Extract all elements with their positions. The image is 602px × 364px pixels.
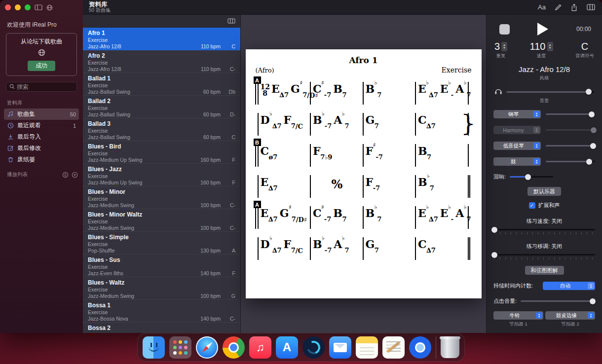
- song-key: F: [226, 180, 235, 186]
- dock-finder-icon[interactable]: [143, 336, 165, 359]
- song-title: Blues - Minor: [88, 189, 235, 196]
- song-row[interactable]: Bossa 2: [83, 323, 240, 333]
- sidebar-item-label: 废纸篓: [17, 155, 73, 164]
- instrument-select[interactable]: 低音提琴▴▾: [493, 142, 541, 150]
- dock-trash-icon[interactable]: [441, 336, 459, 358]
- song-row[interactable]: Blues - SimpleExercisePop-Shuffle130 bpm…: [83, 232, 240, 255]
- dock-disc-icon[interactable]: [409, 336, 431, 359]
- tempo-stepper[interactable]: ▴▾: [547, 42, 553, 51]
- dock-safari-icon[interactable]: [196, 336, 218, 359]
- repeats-stepper[interactable]: ▴▾: [501, 42, 507, 51]
- chord-diagrams-button[interactable]: 和弦图图解: [525, 266, 564, 275]
- practice-transpose-slider[interactable]: [493, 254, 595, 255]
- song-style: Jazz-Ballad Swing: [88, 89, 203, 95]
- measure: E∆7G♯7/D♯: [258, 206, 310, 229]
- sidebar-toggle-icon[interactable]: [35, 4, 42, 10]
- instrument-volume-slider[interactable]: [546, 113, 595, 115]
- metronome1-select[interactable]: 牛铃 ▴▾: [493, 311, 543, 320]
- dock-textedit-icon[interactable]: [382, 336, 405, 359]
- edit-pencil-button[interactable]: [555, 4, 562, 11]
- sidebar-item-last-modified[interactable]: 最后修改: [4, 143, 79, 154]
- key-value[interactable]: C: [581, 41, 588, 51]
- close-window-button[interactable]: [5, 4, 11, 10]
- zoom-window-button[interactable]: [25, 4, 31, 10]
- play-button[interactable]: [537, 23, 548, 36]
- song-row[interactable]: Ballad 2ExerciseJazz-Ballad Swing60 bpmD…: [83, 96, 240, 118]
- success-button[interactable]: 成功: [28, 61, 55, 71]
- song-row[interactable]: Ballad 3ExerciseJazz-Ballad Swing60 bpmC: [83, 118, 240, 141]
- share-button[interactable]: [570, 3, 578, 11]
- instrument-volume-slider[interactable]: [546, 161, 595, 162]
- song-meta: Jazz-Medium Swing100 bpmG: [88, 293, 235, 299]
- song-row[interactable]: Ballad 1ExerciseJazz-Ballad Swing60 bpmD…: [83, 73, 240, 96]
- mixer-list: 钢琴▴▾Harmony▴▾低音提琴▴▾鼓▴▾: [493, 110, 595, 173]
- extended-harmony-checkbox[interactable]: [529, 202, 535, 209]
- master-volume-slider[interactable]: [506, 91, 594, 93]
- song-row[interactable]: Blues - Minor WaltzExerciseJazz-Medium S…: [83, 209, 240, 232]
- dock-music-icon[interactable]: [249, 336, 271, 359]
- stat-row: 3 ▴▾ 重复 110 ▴▾ 速度: [493, 41, 595, 59]
- playlist-options-icon[interactable]: [62, 172, 69, 178]
- song-row[interactable]: Blues - JazzExerciseJazz-Medium Up Swing…: [83, 164, 240, 186]
- dock-chrome-icon[interactable]: [223, 336, 245, 359]
- instrument-select[interactable]: Harmony▴▾: [493, 126, 541, 134]
- dock-mail-icon[interactable]: [329, 336, 351, 359]
- song-row[interactable]: Afro 2ExerciseJazz-Afro 12/8110 bpmC-: [83, 50, 240, 73]
- song-credit: Exercise: [88, 264, 235, 270]
- time-signature: 128: [261, 84, 270, 97]
- chord-symbol: B♭7: [366, 83, 382, 96]
- minimize-window-button[interactable]: [15, 4, 21, 10]
- chord-symbol: B7: [333, 83, 346, 96]
- section-marker: B: [254, 139, 261, 146]
- measure: B♭7: [363, 206, 415, 229]
- metronome2-select[interactable]: 鼓皮边缘 ▴▾: [545, 311, 595, 320]
- search-input[interactable]: [17, 83, 74, 90]
- song-row[interactable]: Blues - BirdExerciseJazz-Medium Up Swing…: [83, 141, 240, 164]
- song-style: Jazz-Medium Swing: [88, 293, 200, 299]
- window-controls: [0, 0, 83, 15]
- dock-notes-icon[interactable]: [356, 336, 378, 359]
- forum-globe-icon[interactable]: [46, 4, 53, 11]
- sidebar-item-last-imported[interactable]: 最后导入: [4, 131, 79, 143]
- chord-symbol: E∆7: [271, 83, 289, 96]
- song-key: Db: [226, 89, 235, 95]
- sidebar-item-recently-viewed[interactable]: 最近观看1: [4, 120, 79, 131]
- song-row[interactable]: Blues - SusExerciseJazz-Even 8ths140 bpm…: [83, 255, 240, 277]
- instrument-select[interactable]: 钢琴▴▾: [493, 110, 541, 118]
- music-note-icon: [7, 111, 14, 117]
- instrument-select[interactable]: 鼓▴▾: [493, 157, 541, 166]
- select-arrows-icon: ▴▾: [588, 283, 594, 289]
- measure: 128E∆7G♯7/D♯: [258, 82, 310, 105]
- sidebar-item-songs[interactable]: 歌曲集50: [4, 109, 79, 120]
- dock-launchpad-icon[interactable]: [169, 336, 191, 359]
- headphones-icon: [494, 88, 502, 96]
- instrument-volume-slider[interactable]: [546, 129, 595, 131]
- song-row[interactable]: Blues - WaltzExerciseJazz-Medium Swing10…: [83, 277, 240, 300]
- click-volume-slider[interactable]: [521, 300, 595, 302]
- text-size-button[interactable]: Aa: [538, 3, 546, 11]
- song-row[interactable]: Blues - MinorExerciseJazz-Medium Swing10…: [83, 186, 240, 209]
- chord-symbol: E♭-: [440, 208, 453, 220]
- chart-subheader: (Afro) Exercise: [256, 66, 472, 74]
- count-in-select[interactable]: 自动 ▴▾: [543, 282, 595, 290]
- song-row[interactable]: Afro 1ExerciseJazz-Afro 12/8110 bpmC: [83, 28, 240, 50]
- search-field[interactable]: [6, 82, 77, 92]
- song-key: C-: [226, 225, 235, 231]
- stop-button[interactable]: [499, 24, 510, 35]
- select-arrows-icon: ▴▾: [533, 127, 540, 133]
- dock-swirl-icon[interactable]: [302, 336, 325, 359]
- columns-view-icon[interactable]: [227, 17, 235, 26]
- dock-appstore-icon[interactable]: [276, 336, 298, 359]
- song-row[interactable]: Bossa 1ExerciseJazz-Bossa Nova140 bpmC-: [83, 300, 240, 323]
- song-title: Afro 1: [88, 30, 235, 37]
- layout-columns-button[interactable]: [587, 4, 595, 10]
- song-bpm: 100 bpm: [200, 202, 221, 209]
- reverb-slider[interactable]: [510, 176, 553, 178]
- default-instruments-button[interactable]: 默认乐器: [527, 187, 561, 196]
- sidebar-item-trash[interactable]: 废纸篓: [4, 154, 79, 165]
- add-playlist-button[interactable]: [72, 172, 78, 178]
- style-name[interactable]: Jazz - Afro 12/8: [493, 65, 595, 73]
- practice-tempo-slider[interactable]: [493, 229, 595, 230]
- desktop: 欢迎使用 iReal Pro 从论坛下载歌曲 成功 资料库 歌曲集50最近观看1…: [0, 0, 602, 364]
- instrument-volume-slider[interactable]: [546, 145, 595, 146]
